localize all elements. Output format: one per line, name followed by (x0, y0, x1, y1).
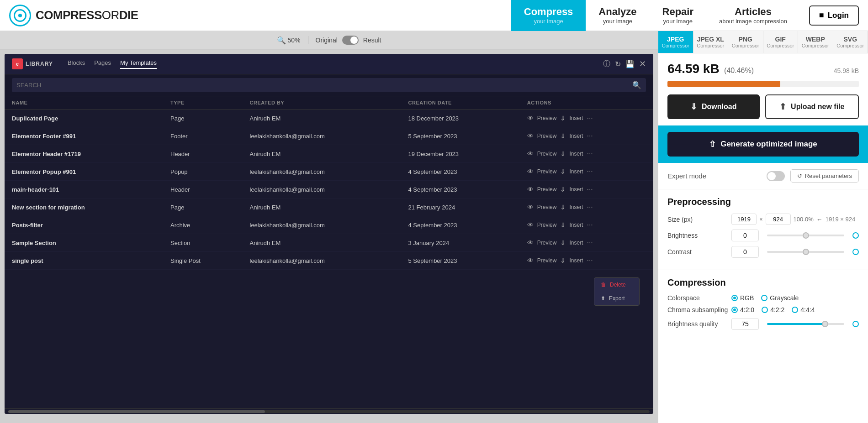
preview-button[interactable]: Preview (537, 115, 557, 121)
table-row: Elementor Footer #991 Footer leelakishan… (5, 127, 653, 145)
brightness-quality-input[interactable] (731, 318, 759, 330)
dialog-logo: e LIBRARY (12, 58, 53, 69)
chroma-420-radio[interactable] (731, 307, 738, 313)
more-button[interactable]: ··· (587, 203, 593, 211)
chroma-444[interactable]: 4:4:4 (792, 306, 815, 313)
logo[interactable]: COMPRESSORDIE (9, 5, 138, 26)
expert-mode-toggle[interactable] (767, 171, 785, 181)
contrast-slider-track[interactable] (767, 251, 844, 253)
tab-webp[interactable]: WEBP Compressor (798, 31, 833, 53)
dialog-tab-blocks[interactable]: Blocks (68, 59, 85, 69)
more-button[interactable]: ··· (587, 239, 593, 247)
width-input[interactable] (731, 214, 757, 225)
more-button[interactable]: ··· (587, 256, 593, 265)
context-delete[interactable]: 🗑 Delete (594, 278, 639, 292)
dialog-save-button[interactable]: 💾 (625, 60, 635, 68)
context-export[interactable]: ⬆ Export (594, 292, 639, 305)
download-button[interactable]: ⇓ Download (667, 94, 760, 119)
brightness-slider-knob[interactable] (803, 232, 809, 239)
dialog-help-button[interactable]: ⓘ (603, 59, 610, 69)
bq-reset-dot[interactable] (852, 321, 859, 327)
contrast-slider-knob[interactable] (803, 249, 809, 255)
more-button[interactable]: ··· (587, 132, 593, 140)
row-type: Popup (170, 168, 250, 175)
insert-icon: ⇓ (560, 221, 566, 229)
preprocessing-title: Preprocessing (667, 197, 859, 207)
preview-button[interactable]: Preview (537, 204, 557, 210)
toggle-sm-knob (767, 172, 776, 180)
reset-button[interactable]: ↺ Reset parameters (790, 169, 859, 183)
compression-section: Compression Colorspace RGB Grayscale Chr… (658, 270, 868, 342)
row-type: Footer (170, 133, 250, 140)
tab-png[interactable]: PNG Compressor (728, 31, 763, 53)
preview-button[interactable]: Preview (537, 257, 557, 264)
insert-button[interactable]: Insert (569, 204, 583, 210)
insert-button[interactable]: Insert (569, 240, 583, 246)
insert-icon: ⇓ (560, 204, 566, 211)
size-inputs: × 100.0% ← 1919 × 924 (731, 214, 855, 225)
preprocessing-section: Preprocessing Size (px) × 100.0% ← 1919 … (658, 189, 868, 270)
height-input[interactable] (766, 214, 791, 225)
generate-button[interactable]: ⇧ Generate optimized image (667, 132, 859, 157)
nav-compress[interactable]: Compress your image (511, 0, 586, 31)
brightness-quality-knob[interactable] (822, 321, 828, 327)
insert-button[interactable]: Insert (569, 115, 583, 121)
more-button[interactable]: ··· (587, 167, 593, 176)
brightness-quality-slider[interactable] (767, 323, 844, 325)
row-creator: leelakishankolla@gmail.com (250, 133, 408, 140)
contrast-input[interactable] (731, 246, 759, 258)
preview-button[interactable]: Preview (537, 168, 557, 175)
more-button[interactable]: ··· (587, 150, 593, 158)
insert-button[interactable]: Insert (569, 151, 583, 157)
nav-repair[interactable]: Repair your image (650, 0, 706, 31)
preview-toggle[interactable] (342, 36, 359, 45)
brightness-slider-track[interactable] (767, 235, 844, 236)
upload-button[interactable]: ⇑ Upload new file (765, 94, 859, 119)
tab-jpeg-xl[interactable]: JPEG XL Compressor (693, 31, 729, 53)
colorspace-rgb[interactable]: RGB (731, 294, 754, 302)
preview-button[interactable]: Preview (537, 186, 557, 193)
dialog-close-button[interactable]: ✕ (639, 59, 646, 69)
rgb-radio[interactable] (731, 295, 738, 301)
tab-jpeg[interactable]: JPEG Compressor (658, 31, 693, 53)
login-button[interactable]: ■ Login (809, 5, 859, 26)
generate-icon: ⇧ (709, 139, 716, 149)
insert-button[interactable]: Insert (569, 257, 583, 264)
preview-button[interactable]: Preview (537, 133, 557, 139)
row-creator: leelakishankolla@gmail.com (250, 168, 408, 175)
tab-gif[interactable]: GIF Compressor (763, 31, 799, 53)
more-button[interactable]: ··· (587, 114, 593, 122)
left-panel: 🔍 50% Original Result e LIBRARY Blocks (0, 31, 658, 423)
preview-button[interactable]: Preview (537, 151, 557, 157)
dialog-refresh-button[interactable]: ↻ (615, 60, 621, 68)
insert-button[interactable]: Insert (569, 133, 583, 139)
row-name: Duplicated Page (12, 115, 170, 122)
preview-button[interactable]: Preview (537, 222, 557, 228)
contrast-reset-dot[interactable] (852, 249, 859, 255)
nav-articles[interactable]: Articles about image compression (706, 0, 800, 31)
dialog-tab-pages[interactable]: Pages (94, 59, 111, 69)
chroma-420[interactable]: 4:2:0 (731, 306, 754, 313)
row-name: Elementor Popup #901 (12, 168, 170, 175)
brightness-input[interactable] (731, 230, 759, 241)
row-date: 18 December 2023 (408, 115, 527, 122)
dialog-scrollbar[interactable] (5, 408, 653, 414)
grayscale-radio[interactable] (761, 295, 767, 301)
insert-button[interactable]: Insert (569, 222, 583, 228)
dialog-tab-my-templates[interactable]: My Templates (120, 59, 157, 69)
insert-button[interactable]: Insert (569, 168, 583, 175)
more-button[interactable]: ··· (587, 221, 593, 229)
search-input[interactable] (16, 82, 629, 89)
insert-button[interactable]: Insert (569, 186, 583, 193)
preview-button[interactable]: Preview (537, 240, 557, 246)
chroma-422-radio[interactable] (762, 307, 768, 313)
tab-svg[interactable]: SVG Compressor (833, 31, 868, 53)
eye-icon: 👁 (527, 239, 534, 246)
chroma-444-radio[interactable] (792, 307, 798, 313)
colorspace-grayscale[interactable]: Grayscale (761, 294, 799, 302)
nav-analyze[interactable]: Analyze your image (586, 0, 649, 31)
chroma-422[interactable]: 4:2:2 (762, 306, 784, 313)
brightness-reset-dot[interactable] (852, 232, 859, 239)
dialog-table: Duplicated Page Page Anirudh EM 18 Decem… (5, 110, 653, 408)
more-button[interactable]: ··· (587, 185, 593, 193)
